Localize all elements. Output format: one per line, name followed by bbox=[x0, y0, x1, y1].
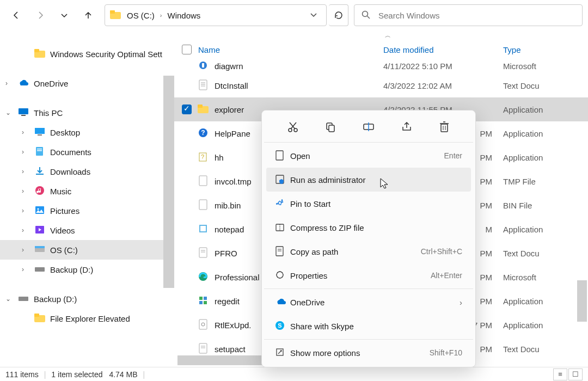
col-date[interactable]: Date modified bbox=[383, 45, 503, 54]
file-icon bbox=[197, 60, 209, 72]
cut-button[interactable] bbox=[284, 118, 302, 136]
svg-rect-21 bbox=[19, 297, 28, 301]
ctx-more[interactable]: Show more optionsShift+F10 bbox=[266, 341, 471, 365]
ctx-copypath[interactable]: Copy as pathCtrl+Shift+C bbox=[266, 239, 471, 263]
ctx-open[interactable]: OpenEnter bbox=[266, 144, 471, 168]
path-icon bbox=[275, 245, 290, 258]
breadcrumb-seg[interactable]: Windows bbox=[168, 11, 201, 20]
edge-icon bbox=[197, 272, 209, 283]
sidebar-item-desktop[interactable]: ›Desktop bbox=[0, 122, 174, 142]
help-icon: ? bbox=[197, 128, 209, 139]
dll-icon bbox=[197, 319, 209, 331]
sidebar-item-backup2[interactable]: ⌄Backup (D:) bbox=[0, 289, 174, 309]
toolbar: OS (C:) › Windows bbox=[0, 0, 588, 30]
sidebar-item-thispc[interactable]: ⌄This PC bbox=[0, 103, 174, 122]
pictures-icon bbox=[34, 206, 46, 216]
svg-rect-50 bbox=[199, 343, 207, 353]
chm-icon: ? bbox=[197, 152, 209, 163]
row-checkbox[interactable] bbox=[182, 105, 192, 114]
view-tiles-button[interactable]: ☐ bbox=[568, 368, 583, 380]
svg-point-14 bbox=[35, 186, 44, 195]
svg-point-54 bbox=[294, 128, 297, 132]
file-icon bbox=[197, 199, 209, 212]
sidebar-item-videos[interactable]: ›Videos bbox=[0, 220, 174, 240]
zip-icon bbox=[275, 222, 290, 233]
videos-icon bbox=[34, 225, 46, 236]
search-box[interactable] bbox=[354, 4, 583, 26]
drive-icon bbox=[34, 245, 46, 255]
pc-icon bbox=[17, 108, 29, 118]
svg-rect-36 bbox=[199, 176, 207, 186]
sidebar-item-music[interactable]: ›Music bbox=[0, 181, 174, 201]
file-icon bbox=[197, 175, 209, 188]
svg-rect-26 bbox=[199, 80, 207, 90]
folder-icon bbox=[197, 105, 209, 115]
ctx-properties[interactable]: PropertiesAlt+Enter bbox=[266, 263, 471, 287]
svg-rect-46 bbox=[199, 301, 203, 304]
sidebar-item-downloads[interactable]: ›Downloads bbox=[0, 162, 174, 181]
svg-rect-47 bbox=[204, 301, 207, 304]
svg-rect-23 bbox=[34, 314, 39, 317]
list-item[interactable]: diagwrn4/11/2022 5:10 PMMicrosoft bbox=[174, 58, 588, 73]
sidebar-item-osc[interactable]: ›OS (C:) bbox=[0, 240, 174, 260]
file-icon bbox=[197, 79, 209, 92]
sidebar-item-backup[interactable]: ›Backup (D:) bbox=[0, 260, 174, 279]
context-menu: OpenEnter Run as administrator Pin to St… bbox=[261, 110, 476, 367]
sidebar-scrollbar[interactable] bbox=[163, 76, 174, 288]
status-bar: 111 items | 1 item selected 4.74 MB | ≡ … bbox=[0, 367, 588, 381]
svg-rect-45 bbox=[204, 297, 207, 300]
delete-button[interactable] bbox=[436, 118, 453, 136]
sidebar-item-label: OneDrive bbox=[34, 79, 68, 88]
svg-rect-9 bbox=[38, 134, 42, 136]
list-item[interactable]: DtcInstall4/3/2022 12:02 AMText Docu bbox=[174, 73, 588, 97]
forward-button[interactable] bbox=[29, 4, 51, 26]
vertical-scrollbar[interactable] bbox=[577, 280, 587, 322]
desktop-icon bbox=[34, 127, 46, 138]
copy-button[interactable] bbox=[322, 118, 339, 136]
sidebar-item-security[interactable]: Windows Security Optimal Sett bbox=[0, 44, 174, 64]
sidebar-item-label: Videos bbox=[50, 226, 75, 235]
props-icon bbox=[275, 270, 290, 281]
admin-icon bbox=[275, 174, 290, 186]
rename-button[interactable] bbox=[360, 118, 377, 136]
search-input[interactable] bbox=[378, 11, 575, 20]
svg-text:S: S bbox=[278, 322, 281, 329]
share-button[interactable] bbox=[398, 118, 415, 136]
folder-icon bbox=[34, 314, 46, 324]
sidebar-item-onedrive[interactable]: ›OneDrive bbox=[0, 73, 174, 93]
back-button[interactable] bbox=[5, 4, 27, 26]
collapse-button[interactable]: ︿ bbox=[187, 30, 588, 41]
sidebar-item-elevated[interactable]: File Explorer Elevated bbox=[0, 309, 174, 328]
ctx-pin[interactable]: Pin to Start bbox=[266, 192, 471, 216]
ctx-run-admin[interactable]: Run as administrator bbox=[266, 168, 471, 192]
downloads-icon bbox=[34, 166, 46, 177]
drive-icon bbox=[34, 265, 46, 274]
sidebar-item-label: File Explorer Elevated bbox=[50, 314, 130, 323]
folder-icon bbox=[34, 49, 46, 59]
ctx-zip[interactable]: Compress to ZIP file bbox=[266, 216, 471, 239]
refresh-button[interactable] bbox=[329, 4, 348, 26]
column-headers[interactable]: Name Date modified Type bbox=[174, 41, 588, 58]
ctx-onedrive[interactable]: OneDrive› bbox=[266, 290, 471, 314]
svg-rect-66 bbox=[276, 151, 283, 160]
view-details-button[interactable]: ≡ bbox=[553, 368, 567, 380]
breadcrumb[interactable]: OS (C:) › Windows bbox=[105, 4, 327, 26]
chevron-down-icon[interactable] bbox=[305, 11, 322, 20]
svg-rect-11 bbox=[37, 149, 42, 150]
col-type[interactable]: Type bbox=[503, 45, 588, 54]
recent-button[interactable] bbox=[53, 4, 75, 26]
select-all-checkbox[interactable] bbox=[182, 45, 192, 54]
breadcrumb-seg[interactable]: OS (C:) bbox=[127, 11, 155, 20]
svg-line-55 bbox=[291, 122, 296, 129]
sidebar-item-pictures[interactable]: ›Pictures bbox=[0, 201, 174, 220]
ctx-skype[interactable]: SShare with Skype bbox=[266, 314, 471, 338]
music-icon bbox=[34, 186, 46, 197]
svg-rect-58 bbox=[329, 125, 334, 132]
up-button[interactable] bbox=[77, 4, 99, 26]
col-name[interactable]: Name bbox=[198, 45, 220, 54]
sidebar-item-label: OS (C:) bbox=[50, 245, 78, 255]
sidebar-item-documents[interactable]: ›Documents bbox=[0, 142, 174, 162]
sidebar-item-label: Pictures bbox=[50, 206, 79, 216]
svg-rect-44 bbox=[199, 297, 203, 300]
svg-rect-40 bbox=[199, 248, 207, 257]
